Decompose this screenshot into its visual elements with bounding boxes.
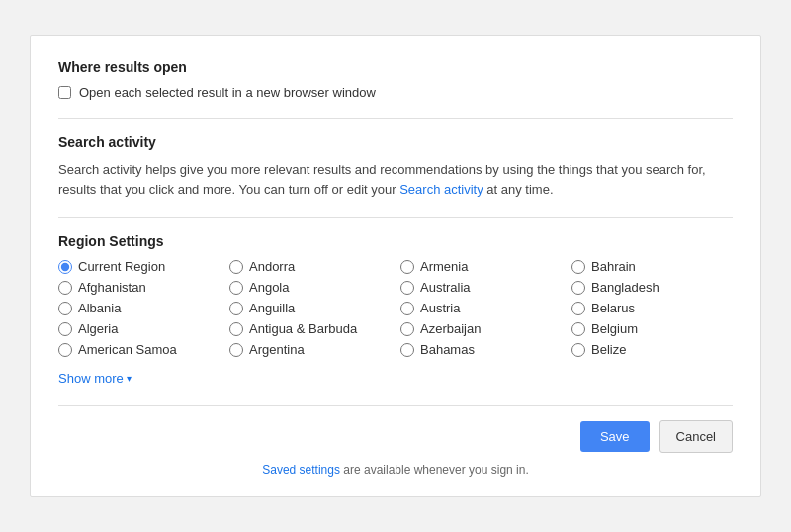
divider-2 [58, 217, 733, 218]
search-activity-text-after: at any time. [483, 182, 554, 197]
region-radio[interactable] [229, 302, 243, 315]
region-label: Argentina [249, 342, 305, 357]
cancel-button[interactable]: Cancel [659, 420, 733, 453]
region-radio[interactable] [58, 322, 72, 336]
region-radio-item[interactable]: Australia [400, 280, 562, 295]
search-activity-link[interactable]: Search activity [399, 182, 483, 197]
region-radio-item[interactable]: Antigua & Barbuda [229, 321, 391, 336]
region-radio[interactable] [571, 343, 585, 357]
region-radio-item[interactable]: Afghanistan [58, 280, 220, 295]
region-radio[interactable] [400, 281, 414, 295]
region-radio-item[interactable]: Belize [571, 342, 733, 357]
region-radio[interactable] [571, 322, 585, 336]
region-label: American Samoa [78, 342, 177, 357]
region-settings-title: Region Settings [58, 233, 733, 249]
region-radio[interactable] [229, 322, 243, 336]
region-label: Bahamas [420, 342, 475, 357]
region-radio-item[interactable]: Current Region [58, 259, 220, 274]
region-radio-item[interactable]: Bahamas [400, 342, 562, 357]
region-label: Bahrain [591, 259, 636, 274]
where-results-section: Where results open Open each selected re… [58, 59, 733, 100]
saved-settings-link[interactable]: Saved settings [262, 463, 340, 477]
region-radio-item[interactable]: Andorra [229, 259, 391, 274]
region-label: Anguilla [249, 301, 295, 315]
region-radio-item[interactable]: Armenia [400, 259, 562, 274]
region-label: Bangladesh [591, 280, 659, 295]
region-radio-item[interactable]: Angola [229, 280, 391, 295]
region-label: Belgium [591, 321, 638, 336]
saved-settings-text: Saved settings are available whenever yo… [58, 463, 733, 477]
region-label: Armenia [420, 259, 468, 274]
region-label: Current Region [78, 259, 165, 274]
search-activity-title: Search activity [58, 134, 733, 150]
region-radio-item[interactable]: Belgium [571, 321, 733, 336]
region-radio[interactable] [58, 260, 72, 274]
saved-settings-suffix: are available whenever you sign in. [340, 463, 529, 477]
region-radio-item[interactable]: Austria [400, 301, 562, 315]
region-radio[interactable] [400, 260, 414, 274]
region-radio-item[interactable]: Anguilla [229, 301, 391, 315]
region-label: Afghanistan [78, 280, 146, 295]
region-radio[interactable] [58, 281, 72, 295]
search-activity-description: Search activity helps give you more rele… [58, 160, 733, 199]
region-label: Antigua & Barbuda [249, 321, 357, 336]
region-label: Azerbaijan [420, 321, 481, 336]
region-grid: Current RegionAndorraArmeniaBahrainAfgha… [58, 259, 733, 357]
region-radio[interactable] [229, 281, 243, 295]
region-settings-section: Region Settings Current RegionAndorraArm… [58, 233, 733, 386]
new-window-checkbox-row[interactable]: Open each selected result in a new brows… [58, 85, 733, 100]
region-radio[interactable] [571, 260, 585, 274]
show-more-label: Show more [58, 371, 124, 386]
region-radio-item[interactable]: Bangladesh [571, 280, 733, 295]
region-radio-item[interactable]: Azerbaijan [400, 321, 562, 336]
where-results-title: Where results open [58, 59, 733, 75]
region-radio[interactable] [571, 302, 585, 315]
region-radio-item[interactable]: Belarus [571, 301, 733, 315]
region-label: Andorra [249, 259, 295, 274]
search-activity-section: Search activity Search activity helps gi… [58, 134, 733, 199]
region-label: Austria [420, 301, 460, 315]
region-radio[interactable] [571, 281, 585, 295]
region-radio[interactable] [400, 343, 414, 357]
footer-actions: Save Cancel [58, 405, 733, 453]
region-radio[interactable] [58, 302, 72, 315]
new-window-label: Open each selected result in a new brows… [79, 85, 376, 100]
show-more-arrow: ▾ [127, 373, 132, 384]
region-radio[interactable] [229, 343, 243, 357]
save-button[interactable]: Save [580, 421, 650, 452]
region-radio-item[interactable]: Algeria [58, 321, 220, 336]
region-radio-item[interactable]: Argentina [229, 342, 391, 357]
search-activity-text-before: Search activity helps give you more rele… [58, 162, 706, 197]
settings-card: Where results open Open each selected re… [30, 35, 761, 497]
region-label: Belize [591, 342, 626, 357]
region-radio-item[interactable]: Albania [58, 301, 220, 315]
show-more-button[interactable]: Show more▾ [58, 371, 132, 386]
region-label: Albania [78, 301, 121, 315]
region-radio[interactable] [58, 343, 72, 357]
region-label: Algeria [78, 321, 118, 336]
divider-1 [58, 118, 733, 119]
new-window-checkbox[interactable] [58, 86, 71, 99]
region-label: Australia [420, 280, 471, 295]
region-radio-item[interactable]: Bahrain [571, 259, 733, 274]
region-radio[interactable] [400, 322, 414, 336]
region-radio[interactable] [400, 302, 414, 315]
region-radio[interactable] [229, 260, 243, 274]
region-label: Belarus [591, 301, 635, 315]
region-radio-item[interactable]: American Samoa [58, 342, 220, 357]
region-label: Angola [249, 280, 289, 295]
